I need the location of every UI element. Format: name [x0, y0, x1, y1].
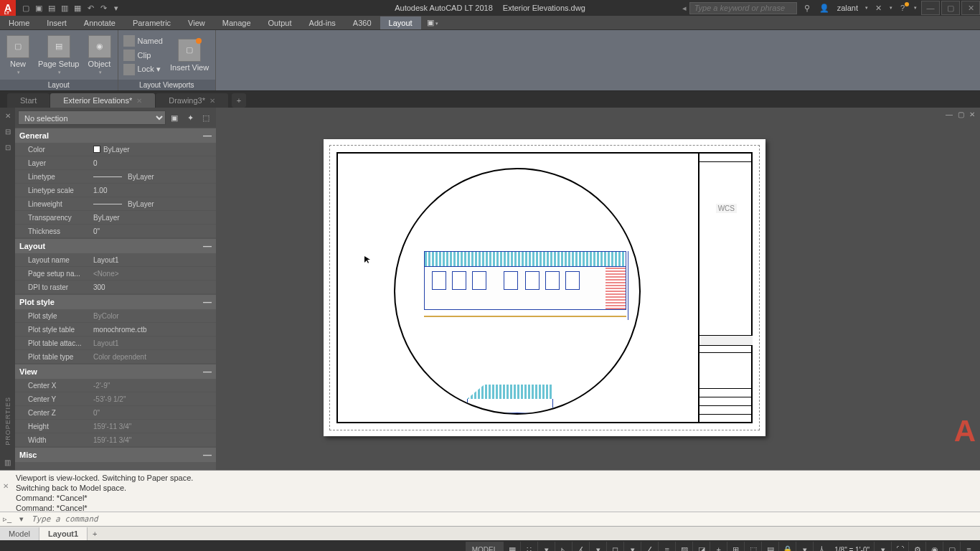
- prop-value[interactable]: monochrome.ctb: [90, 326, 216, 334]
- user-name[interactable]: zalant: [834, 4, 861, 12]
- otrack-icon[interactable]: ∠: [641, 542, 658, 551]
- menu-home[interactable]: Home: [0, 17, 38, 29]
- new-layout-button[interactable]: ▢ New ▾: [2, 32, 34, 77]
- customize-icon[interactable]: ≡: [960, 542, 977, 551]
- prop-value[interactable]: Color dependent: [90, 353, 216, 361]
- prop-value[interactable]: -53'-9 1/2": [90, 395, 216, 403]
- paper-sheet[interactable]: WCS: [324, 139, 765, 436]
- qat-undo-icon[interactable]: ↶: [85, 2, 96, 14]
- prop-value[interactable]: ByColor: [90, 312, 216, 320]
- prop-row[interactable]: Plot table attac...Layout1: [15, 336, 216, 350]
- annotation-monitor-icon[interactable]: +: [710, 542, 727, 551]
- search-prev-icon[interactable]: ◂: [682, 4, 687, 13]
- signin-icon[interactable]: 👤: [817, 1, 831, 14]
- doc-minimize-icon[interactable]: —: [944, 109, 954, 119]
- ortho-icon[interactable]: ⊾: [555, 542, 572, 551]
- search-input[interactable]: [689, 2, 797, 14]
- minimize-button[interactable]: —: [921, 1, 940, 15]
- lineweight-icon[interactable]: ≡: [658, 542, 675, 551]
- clip-button[interactable]: Clip: [121, 48, 166, 62]
- polar-icon[interactable]: ∡: [572, 542, 589, 551]
- prop-section-view[interactable]: View—: [15, 364, 216, 379]
- user-dropdown-icon[interactable]: ▾: [865, 5, 868, 11]
- app-logo[interactable]: ALT: [0, 0, 16, 16]
- clean-screen-icon[interactable]: ▢: [943, 542, 960, 551]
- add-layout-button[interactable]: +: [88, 529, 102, 538]
- new-tab-button[interactable]: +: [232, 93, 246, 108]
- qat-saveas-icon[interactable]: ▥: [59, 2, 70, 14]
- prop-row[interactable]: TransparencyByLayer: [15, 211, 216, 225]
- panel-options-icon[interactable]: ⊡: [3, 142, 13, 152]
- selection-dropdown[interactable]: No selection: [18, 110, 166, 125]
- grid-icon[interactable]: ▦: [503, 542, 520, 551]
- prop-value[interactable]: <None>: [90, 270, 216, 278]
- tab-exterior-elevations[interactable]: Exterior Elevations*✕: [50, 93, 155, 108]
- prop-value[interactable]: ByLayer: [90, 214, 216, 222]
- prop-value[interactable]: 159'-11 3/4": [90, 436, 216, 444]
- annotation-scale-icon[interactable]: 人: [813, 542, 830, 551]
- menu-annotate[interactable]: Annotate: [75, 17, 124, 29]
- prop-row[interactable]: Width159'-11 3/4": [15, 433, 216, 447]
- command-prompt-icon[interactable]: ▹_: [0, 513, 14, 526]
- prop-value[interactable]: 0: [90, 159, 216, 167]
- prop-value[interactable]: 300: [90, 283, 216, 291]
- prop-section-misc[interactable]: Misc—: [15, 447, 216, 462]
- prop-value[interactable]: Layout1: [90, 339, 216, 347]
- quick-select-icon[interactable]: ▣: [167, 110, 182, 125]
- menu-parametric[interactable]: Parametric: [124, 17, 179, 29]
- model-space-button[interactable]: MODEL: [466, 542, 504, 551]
- cycling-icon[interactable]: ◪: [692, 542, 710, 551]
- panel-pin-icon[interactable]: ⊟: [3, 126, 13, 136]
- layout-tab-model[interactable]: Model: [0, 527, 39, 540]
- prop-row[interactable]: ColorByLayer: [15, 143, 216, 156]
- help-icon[interactable]: ?: [895, 1, 910, 14]
- tab-close-icon[interactable]: ✕: [209, 97, 215, 105]
- menu-insert[interactable]: Insert: [38, 17, 75, 29]
- prop-row[interactable]: DPI to raster300: [15, 281, 216, 294]
- prop-value[interactable]: ByLayer: [90, 173, 216, 181]
- prop-row[interactable]: Center Y-53'-9 1/2": [15, 392, 216, 406]
- insert-view-button[interactable]: ▢ Insert View: [166, 32, 213, 77]
- object-button[interactable]: ◉ Object ▾: [84, 32, 116, 77]
- command-dropdown-icon[interactable]: ▾: [14, 513, 29, 526]
- qat-save-icon[interactable]: ▤: [46, 2, 57, 14]
- doc-close-icon[interactable]: ✕: [967, 109, 977, 119]
- doc-restore-icon[interactable]: ▢: [956, 109, 966, 119]
- prop-value[interactable]: Layout1: [90, 256, 216, 264]
- prop-value[interactable]: 159'-11 3/4": [90, 423, 216, 430]
- layout-tab-layout1[interactable]: Layout1: [39, 527, 88, 540]
- prop-row[interactable]: Plot table typeColor dependent: [15, 350, 216, 364]
- close-button[interactable]: ✕: [961, 1, 980, 15]
- named-button[interactable]: Named: [121, 34, 166, 48]
- prop-value[interactable]: ByLayer: [90, 200, 216, 208]
- toggle-pickadd-icon[interactable]: ⬚: [199, 110, 213, 125]
- prop-value[interactable]: 0": [90, 227, 216, 235]
- qat-new-icon[interactable]: ▢: [20, 2, 32, 14]
- lock-dropdown-icon[interactable]: ▾: [796, 542, 813, 551]
- workspace-icon[interactable]: ⊞: [727, 542, 744, 551]
- prop-row[interactable]: Plot style tablemonochrome.ctb: [15, 323, 216, 336]
- command-input[interactable]: [29, 514, 980, 524]
- isolate-icon[interactable]: ◉: [925, 542, 943, 551]
- tab-start[interactable]: Start: [7, 93, 50, 108]
- prop-value[interactable]: ByLayer: [90, 146, 216, 154]
- prop-section-layout[interactable]: Layout—: [15, 238, 216, 253]
- qat-dropdown-icon[interactable]: ▾: [110, 2, 122, 14]
- osnap-dropdown-icon[interactable]: ▾: [623, 542, 641, 551]
- polar-dropdown-icon[interactable]: ▾: [589, 542, 606, 551]
- qat-plot-icon[interactable]: ▦: [72, 2, 83, 14]
- osnap-icon[interactable]: ◻: [606, 542, 623, 551]
- menu-layout[interactable]: Layout: [380, 17, 421, 29]
- panel-close-icon[interactable]: ✕: [3, 110, 13, 121]
- maximize-button[interactable]: ▢: [941, 1, 960, 15]
- snap-dropdown-icon[interactable]: ▾: [537, 542, 555, 551]
- tab-close-icon[interactable]: ✕: [136, 97, 142, 105]
- snap-icon[interactable]: ∷: [520, 542, 537, 551]
- page-setup-button[interactable]: ▤ Page Setup ▾: [34, 32, 84, 77]
- prop-value[interactable]: 1.00: [90, 187, 216, 194]
- prop-section-plot-style[interactable]: Plot style—: [15, 294, 216, 309]
- infocenter-icon[interactable]: ⚲: [800, 1, 814, 14]
- menu-view[interactable]: View: [179, 17, 214, 29]
- lock-ui-icon[interactable]: 🔒: [778, 542, 796, 551]
- menu-a360[interactable]: A360: [344, 17, 380, 29]
